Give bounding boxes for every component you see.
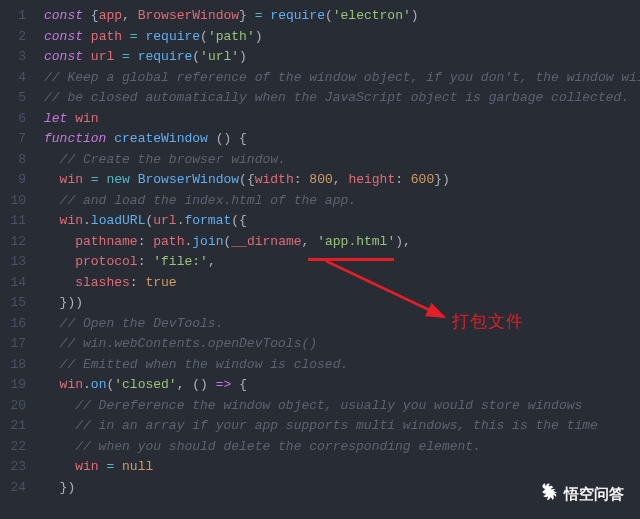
code-line[interactable]: // Dereference the window object, usuall…: [34, 396, 640, 417]
line-number: 3: [0, 47, 34, 68]
line-number: 1: [0, 6, 34, 27]
line-number: 13: [0, 252, 34, 273]
line-number-gutter: 123456789101112131415161718192021222324: [0, 0, 34, 519]
line-number: 23: [0, 457, 34, 478]
code-line[interactable]: })): [34, 293, 640, 314]
line-number: 21: [0, 416, 34, 437]
code-line[interactable]: win.loadURL(url.format({: [34, 211, 640, 232]
line-number: 15: [0, 293, 34, 314]
code-line[interactable]: // and load the index.html of the app.: [34, 191, 640, 212]
line-number: 14: [0, 273, 34, 294]
code-line[interactable]: slashes: true: [34, 273, 640, 294]
code-line[interactable]: const {app, BrowserWindow} = require('el…: [34, 6, 640, 27]
line-number: 20: [0, 396, 34, 417]
line-number: 9: [0, 170, 34, 191]
code-line[interactable]: win = new BrowserWindow({width: 800, hei…: [34, 170, 640, 191]
code-line[interactable]: // Keep a global reference of the window…: [34, 68, 640, 89]
line-number: 7: [0, 129, 34, 150]
code-line[interactable]: pathname: path.join(__dirname, 'app.html…: [34, 232, 640, 253]
watermark-text: 悟空问答: [564, 485, 624, 504]
code-line[interactable]: // when you should delete the correspond…: [34, 437, 640, 458]
line-number: 22: [0, 437, 34, 458]
line-number: 2: [0, 27, 34, 48]
line-number: 19: [0, 375, 34, 396]
line-number: 16: [0, 314, 34, 335]
line-number: 17: [0, 334, 34, 355]
line-number: 6: [0, 109, 34, 130]
line-number: 11: [0, 211, 34, 232]
code-line[interactable]: // Emitted when the window is closed.: [34, 355, 640, 376]
code-line[interactable]: win.on('closed', () => {: [34, 375, 640, 396]
annotation-label: 打包文件: [452, 310, 524, 333]
code-line[interactable]: // be closed automatically when the Java…: [34, 88, 640, 109]
code-line[interactable]: const path = require('path'): [34, 27, 640, 48]
watermark: 悟空问答: [536, 483, 624, 505]
code-line[interactable]: protocol: 'file:',: [34, 252, 640, 273]
code-line[interactable]: const url = require('url'): [34, 47, 640, 68]
code-line[interactable]: let win: [34, 109, 640, 130]
code-line[interactable]: win = null: [34, 457, 640, 478]
code-line[interactable]: // win.webContents.openDevTools(): [34, 334, 640, 355]
code-line[interactable]: // Create the browser window.: [34, 150, 640, 171]
code-line[interactable]: function createWindow () {: [34, 129, 640, 150]
line-number: 4: [0, 68, 34, 89]
code-line[interactable]: // in an array if your app supports mult…: [34, 416, 640, 437]
line-number: 18: [0, 355, 34, 376]
watermark-icon: [536, 483, 558, 505]
line-number: 12: [0, 232, 34, 253]
line-number: 8: [0, 150, 34, 171]
line-number: 24: [0, 478, 34, 499]
code-line[interactable]: // Open the DevTools.: [34, 314, 640, 335]
highlight-underline: [308, 258, 394, 261]
line-number: 5: [0, 88, 34, 109]
line-number: 10: [0, 191, 34, 212]
